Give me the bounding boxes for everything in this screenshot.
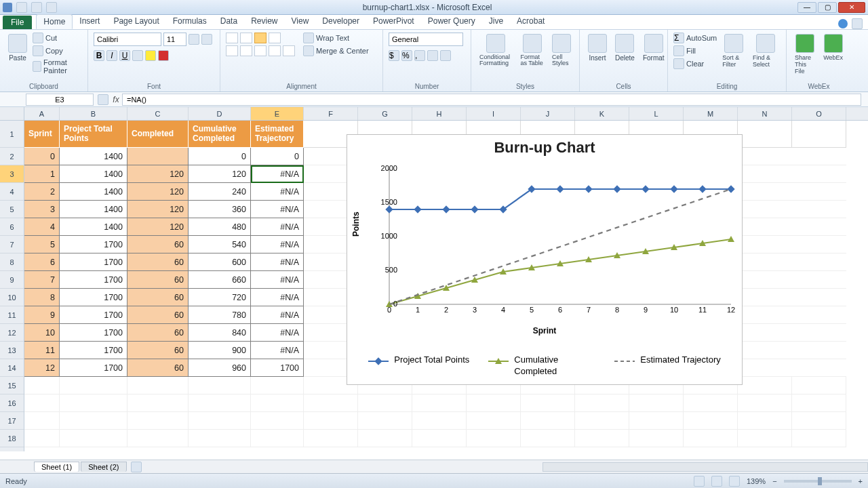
align-top[interactable] (226, 33, 238, 43)
cell-B5[interactable]: 1400 (60, 201, 127, 218)
cell-C2[interactable] (127, 148, 189, 165)
cell[interactable] (24, 430, 60, 447)
cell[interactable] (127, 377, 189, 394)
cell-E12[interactable]: #N/A (251, 324, 304, 342)
cut-icon[interactable] (33, 33, 43, 43)
row-header-10[interactable]: 10 (0, 289, 24, 306)
fx-icon[interactable]: fx (110, 95, 122, 104)
cell-B13[interactable]: 1700 (60, 342, 127, 359)
cell[interactable] (792, 165, 846, 183)
cell-C12[interactable]: 60 (127, 324, 189, 342)
file-tab[interactable]: File (3, 16, 32, 29)
zoom-in-icon[interactable]: + (859, 477, 863, 485)
ribbon-tab-data[interactable]: Data (214, 14, 244, 29)
cell[interactable] (738, 289, 792, 306)
row-header-9[interactable]: 9 (0, 271, 24, 289)
col-header-A[interactable]: A (24, 107, 60, 120)
cell[interactable] (189, 377, 251, 394)
cell[interactable] (792, 271, 846, 289)
copy-icon[interactable] (33, 45, 43, 56)
cell[interactable] (738, 201, 792, 218)
ribbon-tab-power-query[interactable]: Power Query (421, 14, 482, 29)
save-icon[interactable] (16, 2, 27, 13)
cell-D4[interactable]: 240 (189, 183, 251, 201)
align-right[interactable] (254, 45, 267, 56)
col-header-N[interactable]: N (738, 107, 792, 120)
cell[interactable] (60, 377, 127, 394)
cell-E13[interactable]: #N/A (251, 342, 304, 359)
row-header-3[interactable]: 3 (0, 165, 24, 183)
cell-A7[interactable]: 5 (24, 236, 60, 253)
cell[interactable] (629, 394, 684, 412)
cell[interactable] (684, 412, 738, 430)
cell-D7[interactable]: 540 (189, 236, 251, 253)
cell-E2[interactable]: 0 (251, 148, 304, 165)
cell-D9[interactable]: 660 (189, 271, 251, 289)
clear-icon[interactable] (673, 58, 684, 69)
inc-decimal-icon[interactable] (427, 50, 438, 61)
ribbon-tab-view[interactable]: View (285, 14, 316, 29)
ribbon-tab-page-layout[interactable]: Page Layout (106, 14, 165, 29)
row-header-11[interactable]: 11 (0, 306, 24, 324)
cell-A3[interactable]: 1 (24, 165, 60, 183)
col-header-G[interactable]: G (358, 107, 412, 120)
cell[interactable] (189, 430, 251, 447)
cell[interactable] (575, 412, 629, 430)
cell[interactable] (467, 412, 521, 430)
font-name-select[interactable] (94, 33, 161, 46)
sort-filter-button[interactable]: Sort & Filter (719, 33, 747, 69)
maximize-button[interactable]: ▢ (818, 2, 837, 13)
cell-E5[interactable]: #N/A (251, 201, 304, 218)
cell-C7[interactable]: 60 (127, 236, 189, 253)
name-box[interactable] (26, 94, 94, 106)
merge-icon[interactable] (303, 45, 314, 56)
align-middle[interactable] (240, 33, 252, 43)
horizontal-scrollbar[interactable] (542, 462, 868, 472)
cell[interactable] (684, 430, 738, 447)
cell-B11[interactable]: 1700 (60, 306, 127, 324)
cell-B14[interactable]: 1700 (60, 359, 127, 377)
cell[interactable] (358, 394, 412, 412)
ribbon-tab-acrobat[interactable]: Acrobat (510, 14, 551, 29)
row-header-15[interactable]: 15 (0, 377, 24, 394)
cell[interactable] (738, 253, 792, 271)
cell[interactable] (127, 394, 189, 412)
select-all-corner[interactable] (0, 107, 24, 121)
redo-icon[interactable] (46, 2, 57, 13)
ribbon-tab-jive[interactable]: Jive (482, 14, 510, 29)
cell[interactable] (60, 412, 127, 430)
cell-E9[interactable]: #N/A (251, 271, 304, 289)
cell[interactable] (738, 271, 792, 289)
shrink-font-icon[interactable] (201, 34, 212, 45)
conditional-formatting-button[interactable]: Conditional Formatting (477, 33, 515, 68)
cell[interactable] (792, 412, 846, 430)
cell-C11[interactable]: 60 (127, 306, 189, 324)
cell[interactable] (467, 430, 521, 447)
cell-E8[interactable]: #N/A (251, 253, 304, 271)
cell-C3[interactable]: 120 (127, 165, 189, 183)
cell-C5[interactable]: 120 (127, 201, 189, 218)
cell[interactable] (792, 394, 846, 412)
cell[interactable] (738, 430, 792, 447)
cell[interactable] (792, 148, 846, 165)
col-header-O[interactable]: O (792, 107, 846, 120)
cell[interactable] (521, 430, 575, 447)
cell[interactable] (792, 121, 846, 148)
cell[interactable] (412, 430, 467, 447)
cell[interactable] (738, 359, 792, 377)
cell[interactable] (738, 148, 792, 165)
dec-decimal-icon[interactable] (440, 50, 451, 61)
cell-D8[interactable]: 600 (189, 253, 251, 271)
row-header-6[interactable]: 6 (0, 218, 24, 236)
cell[interactable] (738, 165, 792, 183)
cell-A13[interactable]: 11 (24, 342, 60, 359)
cell[interactable] (304, 412, 358, 430)
formula-input[interactable] (122, 94, 861, 106)
cell-C14[interactable]: 60 (127, 359, 189, 377)
view-layout-icon[interactable] (711, 476, 722, 487)
cell-A5[interactable]: 3 (24, 201, 60, 218)
cell[interactable] (412, 394, 467, 412)
underline-icon[interactable]: U (119, 50, 130, 61)
cell-D5[interactable]: 360 (189, 201, 251, 218)
cell[interactable] (792, 430, 846, 447)
